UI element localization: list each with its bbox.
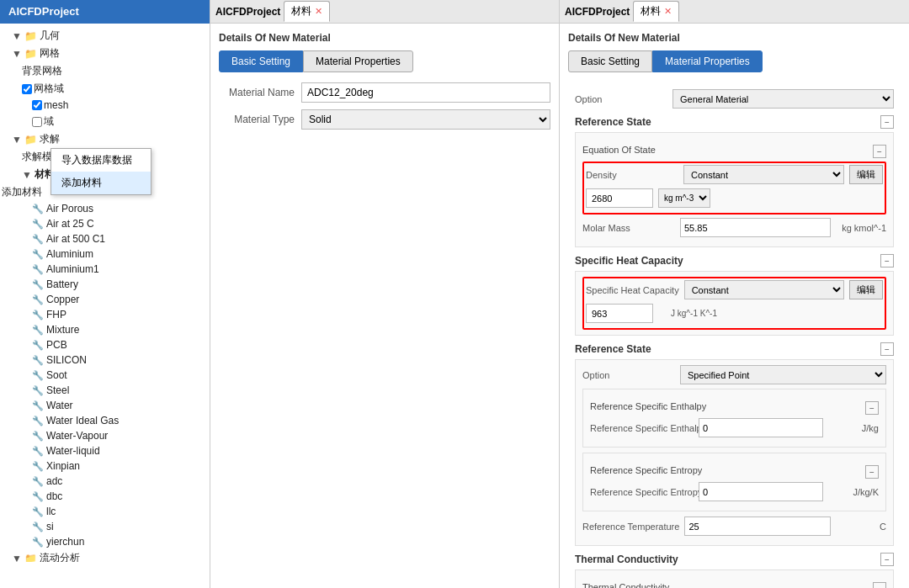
material-icon: 🔧 — [32, 204, 44, 215]
middle-tab-material[interactable]: 材料 ✕ — [284, 1, 330, 22]
tree-item-llc[interactable]: 🔧llc — [0, 504, 210, 519]
ref-entropy-input[interactable] — [699, 482, 823, 501]
molar-mass-input[interactable] — [680, 218, 831, 237]
shc-collapse[interactable]: − — [880, 254, 894, 268]
right-tab-material-properties[interactable]: Material Properties — [652, 50, 763, 72]
left-panel: AICFDProject ▼📁几何▼📁网格背景网格网格域mesh域▼📁求解求解模… — [0, 0, 210, 588]
tree-item-soot[interactable]: 🔧Soot — [0, 368, 210, 383]
tc-section-label: Thermal Conductivity — [575, 554, 678, 565]
material-name-input[interactable] — [301, 82, 550, 103]
right-tab-close[interactable]: ✕ — [664, 6, 672, 17]
shc-unit: J kg^-1 K^-1 — [658, 309, 717, 318]
tree-checkbox[interactable] — [32, 117, 42, 127]
shc-row: Specific Heat Capacity Constant 编辑 — [586, 280, 883, 299]
shc-select[interactable]: Constant — [684, 280, 844, 299]
ref-enthalpy-unit: J/kg — [828, 423, 879, 433]
context-menu-add[interactable]: 添加材料 — [51, 172, 151, 194]
tree-item-xinpian[interactable]: 🔧Xinpian — [0, 458, 210, 474]
tree-item-steel[interactable]: 🔧Steel — [0, 383, 210, 398]
tree-item-pcb[interactable]: 🔧PCB — [0, 337, 210, 352]
tree-item-mesh-domain[interactable]: 网格域 — [0, 80, 210, 98]
right-panel: AICFDProject 材料 ✕ Details Of New Materia… — [560, 0, 909, 588]
shc-value-input[interactable] — [586, 304, 653, 323]
right-tab-basic-setting[interactable]: Basic Setting — [568, 50, 652, 72]
shc-highlight: Specific Heat Capacity Constant 编辑 J kg^… — [582, 277, 886, 330]
tree-item-water-liquid[interactable]: 🔧Water-liquid — [0, 443, 210, 458]
ref-state-1-collapse[interactable]: − — [880, 115, 894, 129]
option-select[interactable]: General Material — [672, 89, 894, 109]
middle-tab-bar: AICFDProject 材料 ✕ — [210, 0, 559, 24]
density-unit-select[interactable]: kg m^-3 — [658, 188, 710, 208]
material-icon: 🔧 — [32, 491, 44, 502]
ref-entropy-unit: J/kg/K — [828, 487, 879, 497]
tree-item-adc[interactable]: 🔧adc — [0, 474, 210, 489]
tree-item-air-500c[interactable]: 🔧Air at 500 C1 — [0, 231, 210, 246]
tree-item-water-ideal[interactable]: 🔧Water Ideal Gas — [0, 413, 210, 428]
density-highlight: Density Constant 编辑 kg m^-3 — [582, 162, 886, 215]
folder-expand-icon: ▼ — [12, 134, 22, 146]
ref-temp-label: Reference Temperature — [582, 522, 679, 532]
tree-item-si[interactable]: 🔧si — [0, 519, 210, 534]
molar-mass-unit: kg kmol^-1 — [836, 223, 886, 233]
tc-sub-collapse[interactable]: − — [873, 582, 886, 588]
tree-item-copper[interactable]: 🔧Copper — [0, 292, 210, 307]
middle-app-title: AICFDProject — [215, 6, 280, 18]
tree-item-water[interactable]: 🔧Water — [0, 398, 210, 413]
tree-item-geometry[interactable]: ▼📁几何 — [0, 27, 210, 45]
right-tab-material[interactable]: 材料 ✕ — [633, 1, 679, 22]
context-menu[interactable]: 导入数据库数据 添加材料 — [50, 148, 152, 195]
option-label: Option — [575, 94, 667, 104]
ref-temp-input[interactable] — [684, 516, 831, 536]
context-menu-import[interactable]: 导入数据库数据 — [51, 149, 151, 172]
tree-item-solve[interactable]: ▼📁求解 — [0, 130, 210, 148]
material-icon: 🔧 — [32, 310, 44, 320]
ref-state-2-collapse[interactable]: − — [880, 342, 894, 356]
material-icon: 🔧 — [32, 506, 44, 517]
tc-collapse[interactable]: − — [880, 553, 894, 566]
tree-item-flow-analysis[interactable]: ▼📁流动分析 — [0, 549, 210, 562]
material-icon: 🔧 — [32, 537, 44, 548]
shc-edit-btn[interactable]: 编辑 — [849, 280, 883, 299]
tree-item-silicon[interactable]: 🔧SILICON — [0, 352, 210, 368]
tree-checkbox[interactable] — [32, 100, 42, 110]
shc-section-header: Specific Heat Capacity − — [575, 254, 894, 268]
material-type-select[interactable]: Solid — [301, 109, 550, 130]
tree-item-air-porous[interactable]: 🔧Air Porous — [0, 201, 210, 216]
ref-enthalpy-input[interactable] — [699, 418, 823, 437]
tree-checkbox[interactable] — [22, 84, 32, 94]
density-value-input[interactable] — [586, 188, 653, 208]
material-icon: 🔧 — [32, 416, 44, 426]
middle-tab-label: 材料 — [291, 4, 311, 19]
tree-item-dbc[interactable]: 🔧dbc — [0, 489, 210, 504]
folder-expand-icon: ▼ — [12, 30, 22, 42]
tree-item-aluminium[interactable]: 🔧Aluminium — [0, 246, 210, 262]
tree-item-water-vapour[interactable]: 🔧Water-Vapour — [0, 428, 210, 443]
tree-item-mesh-item[interactable]: mesh — [0, 98, 210, 113]
folder-expand-icon: ▼ — [12, 553, 22, 563]
ref-entropy-collapse[interactable]: − — [865, 465, 879, 479]
tree-item-bg-mesh[interactable]: 背景网格 — [0, 62, 210, 80]
tree-item-aluminium1[interactable]: 🔧Aluminium1 — [0, 262, 210, 277]
density-select[interactable]: Constant — [683, 165, 844, 184]
tree-item-battery[interactable]: 🔧Battery — [0, 277, 210, 292]
middle-section-title: Details Of New Material — [219, 32, 550, 44]
shc-value-row: J kg^-1 K^-1 — [586, 304, 883, 323]
tab-basic-setting[interactable]: Basic Setting — [219, 50, 303, 72]
middle-tab-close[interactable]: ✕ — [315, 6, 322, 17]
tree-item-domain[interactable]: 域 — [0, 113, 210, 130]
ref-enthalpy-collapse[interactable]: − — [865, 401, 879, 415]
material-icon: 🔧 — [32, 522, 44, 532]
ref-state-2-option-select[interactable]: Specified Point — [680, 365, 886, 384]
tree-item-air-25c[interactable]: 🔧Air at 25 C — [0, 216, 210, 231]
tree-item-mesh[interactable]: ▼📁网格 — [0, 45, 210, 62]
ref-entropy-header: Reference Specific Entropy − — [590, 465, 879, 479]
right-tab-label: 材料 — [641, 4, 661, 19]
tc-section: Thermal Conductivity − Option Value Ther… — [575, 569, 894, 588]
tree-item-fhp[interactable]: 🔧FHP — [0, 307, 210, 322]
tree-item-mixture[interactable]: 🔧Mixture — [0, 322, 210, 337]
density-edit-btn[interactable]: 编辑 — [849, 165, 883, 184]
tree-item-yierchun[interactable]: 🔧yierchun — [0, 534, 210, 549]
eos-collapse[interactable]: − — [873, 145, 886, 158]
tab-material-properties[interactable]: Material Properties — [303, 50, 413, 72]
material-icon: 🔧 — [32, 264, 44, 275]
